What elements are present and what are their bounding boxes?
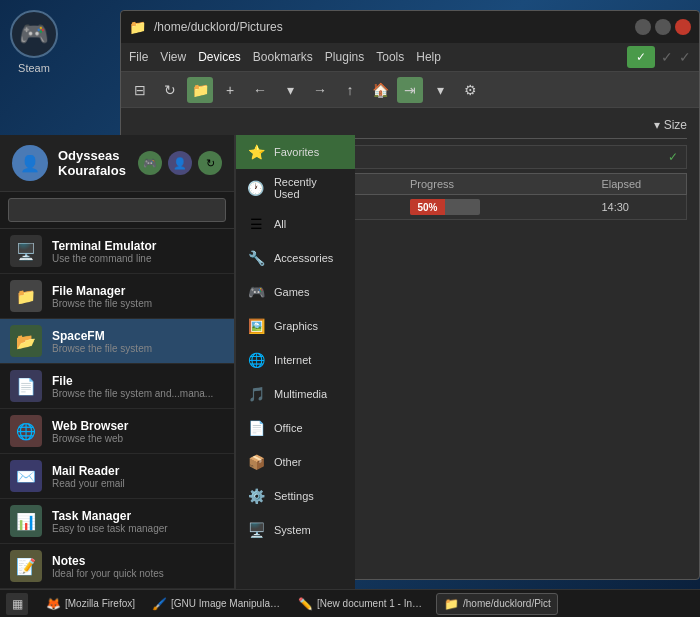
cat-label-favorites: Favorites [274, 146, 319, 158]
cat-label-office: Office [274, 422, 303, 434]
settings-icon: ⚙️ [246, 486, 266, 506]
cat-games[interactable]: 🎮 Games [236, 275, 355, 309]
app-item-filemanager[interactable]: 📁 File Manager Browse the file system [0, 274, 234, 319]
cat-label-accessories: Accessories [274, 252, 333, 264]
cat-label-system: System [274, 524, 311, 536]
all-icon: ☰ [246, 214, 266, 234]
user-icons: 🎮 👤 ↻ [138, 151, 222, 175]
search-input[interactable] [8, 198, 226, 222]
taskbar-app-inkscape-label: [New document 1 - Inksc... [317, 598, 427, 609]
cat-label-graphics: Graphics [274, 320, 318, 332]
graphics-icon: 🖼️ [246, 316, 266, 336]
close-button[interactable] [675, 19, 691, 35]
toolbar-btn-refresh[interactable]: ↻ [157, 77, 183, 103]
menu-bookmarks[interactable]: Bookmarks [253, 50, 313, 64]
check-buttons: ✓ ✓ ✓ [627, 46, 691, 68]
toolbar-btn-folder[interactable]: 📁 [187, 77, 213, 103]
file-info: File Browse the file system and...mana..… [52, 374, 213, 399]
cat-label-multimedia: Multimedia [274, 388, 327, 400]
taskmanager-info: Task Manager Easy to use task manager [52, 509, 168, 534]
destination-check: ✓ [668, 150, 678, 164]
toolbar-btn-back-drop[interactable]: ▾ [277, 77, 303, 103]
user-icon-game[interactable]: 🎮 [138, 151, 162, 175]
taskbar-start-button[interactable]: ▦ [6, 593, 28, 615]
transfer-progress: 50% [410, 199, 525, 215]
app-item-file[interactable]: 📄 File Browse the file system and...mana… [0, 364, 234, 409]
games-icon: 🎮 [246, 282, 266, 302]
taskbar-app-gimp[interactable]: 🖌️ [GNU Image Manipulation... [144, 593, 288, 615]
taskbar-app-firefox[interactable]: 🦊 [Mozilla Firefox] [38, 593, 142, 615]
menu-devices[interactable]: Devices [198, 50, 241, 64]
other-icon: 📦 [246, 452, 266, 472]
app-item-mailreader[interactable]: ✉️ Mail Reader Read your email [0, 454, 234, 499]
refresh-icon: ↻ [206, 157, 215, 170]
taskbar-app-firefox-label: [Mozilla Firefox] [65, 598, 135, 609]
cat-label-settings: Settings [274, 490, 314, 502]
check-button-2[interactable]: ✓ [679, 46, 691, 68]
taskbar-app-inkscape[interactable]: ✏️ [New document 1 - Inksc... [290, 593, 434, 615]
cat-multimedia[interactable]: 🎵 Multimedia [236, 377, 355, 411]
app-item-terminal[interactable]: 🖥️ Terminal Emulator Use the command lin… [0, 229, 234, 274]
toolbar-btn-home[interactable]: ⊟ [127, 77, 153, 103]
taskbar-app-pictures[interactable]: 📁 /home/ducklord/Pict [436, 593, 558, 615]
check-button-active[interactable]: ✓ [627, 46, 655, 68]
menu-file[interactable]: File [129, 50, 148, 64]
filemanager-desc: Browse the file system [52, 298, 152, 309]
cat-accessories[interactable]: 🔧 Accessories [236, 241, 355, 275]
accessories-icon: 🔧 [246, 248, 266, 268]
cat-office[interactable]: 📄 Office [236, 411, 355, 445]
person-icon: 👤 [173, 157, 187, 170]
minimize-button[interactable] [635, 19, 651, 35]
toolbar-btn-back[interactable]: ← [247, 77, 273, 103]
filemanager-info: File Manager Browse the file system [52, 284, 152, 309]
filemanager-icon: 📁 [10, 280, 42, 312]
app-item-webbrowser[interactable]: 🌐 Web Browser Browse the web [0, 409, 234, 454]
menu-tools[interactable]: Tools [376, 50, 404, 64]
app-item-notes[interactable]: 📝 Notes Ideal for your quick notes [0, 544, 234, 589]
toolbar-btn-settings[interactable]: ⚙ [457, 77, 483, 103]
cat-recently-used[interactable]: 🕐 Recently Used [236, 169, 355, 207]
menu-help[interactable]: Help [416, 50, 441, 64]
menu-plugins[interactable]: Plugins [325, 50, 364, 64]
firefox-icon: 🦊 [45, 596, 61, 612]
toolbar-btn-up[interactable]: ↑ [337, 77, 363, 103]
cat-other[interactable]: 📦 Other [236, 445, 355, 479]
window-icon: 📁 [129, 19, 146, 35]
app-item-spacefm[interactable]: 📂 SpaceFM Browse the file system [0, 319, 234, 364]
notes-icon: 📝 [10, 550, 42, 582]
window-titlebar: 📁 /home/ducklord/Pictures [121, 11, 699, 43]
cat-all[interactable]: ☰ All [236, 207, 355, 241]
progress-fill: 50% [410, 199, 445, 215]
user-icon-refresh[interactable]: ↻ [198, 151, 222, 175]
favorites-icon: ⭐ [246, 142, 266, 162]
steam-desktop-icon[interactable]: 🎮 Steam [10, 10, 58, 74]
toolbar-btn-drop2[interactable]: ▾ [427, 77, 453, 103]
steam-label: Steam [18, 62, 50, 74]
toolbar-btn-forward[interactable]: → [307, 77, 333, 103]
mailreader-name: Mail Reader [52, 464, 125, 478]
toolbar-btn-new[interactable]: + [217, 77, 243, 103]
taskmanager-icon: 📊 [10, 505, 42, 537]
cat-label-internet: Internet [274, 354, 311, 366]
toolbar-btn-house[interactable]: 🏠 [367, 77, 393, 103]
mailreader-icon: ✉️ [10, 460, 42, 492]
cat-label-all: All [274, 218, 286, 230]
terminal-info: Terminal Emulator Use the command line [52, 239, 156, 264]
user-icon-person[interactable]: 👤 [168, 151, 192, 175]
size-filter[interactable]: ▾ Size [654, 118, 687, 132]
col-header-total [525, 178, 602, 190]
cat-graphics[interactable]: 🖼️ Graphics [236, 309, 355, 343]
terminal-icon: 🖥️ [10, 235, 42, 267]
filter-bar: ▾ Size [133, 118, 687, 132]
cat-settings[interactable]: ⚙️ Settings [236, 479, 355, 513]
system-icon: 🖥️ [246, 520, 266, 540]
menu-view[interactable]: View [160, 50, 186, 64]
maximize-button[interactable] [655, 19, 671, 35]
cat-system[interactable]: 🖥️ System [236, 513, 355, 547]
toolbar-btn-copy[interactable]: ⇥ [397, 77, 423, 103]
cat-internet[interactable]: 🌐 Internet [236, 343, 355, 377]
app-item-taskmanager[interactable]: 📊 Task Manager Easy to use task manager [0, 499, 234, 544]
col-header-elapsed: Elapsed [601, 178, 678, 190]
check-button-1[interactable]: ✓ [661, 46, 673, 68]
cat-favorites[interactable]: ⭐ Favorites [236, 135, 355, 169]
